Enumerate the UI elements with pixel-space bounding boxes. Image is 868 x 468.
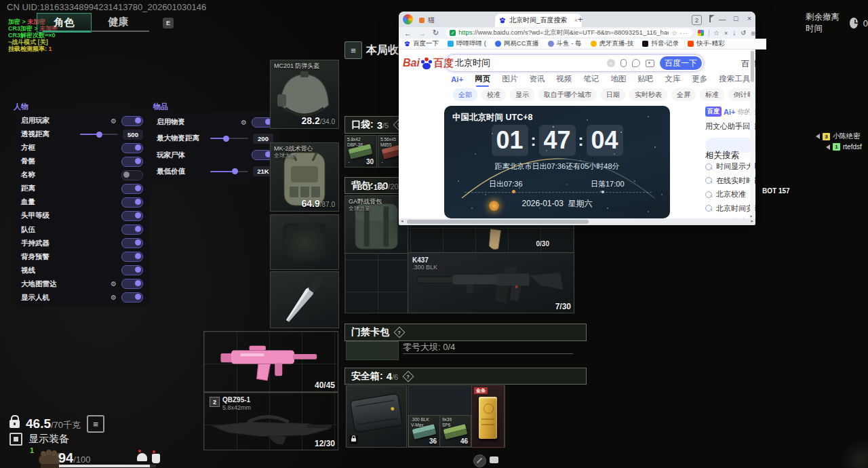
toggle[interactable]: [121, 184, 143, 194]
search-input[interactable]: [454, 58, 607, 69]
scroll-down-icon[interactable]: ▾: [750, 214, 752, 218]
bookmark-item[interactable]: 百度一下: [404, 39, 439, 48]
toggle[interactable]: [121, 116, 143, 126]
toggle[interactable]: [121, 238, 143, 248]
weapon-slot-qbz[interactable]: 2 QBZ95-1 5.8x42mm 12/30: [203, 392, 338, 450]
toggle[interactable]: [121, 265, 143, 275]
chip[interactable]: 实时秒表: [629, 88, 667, 101]
browser-tab-active[interactable]: 北京时间_百度搜索 ×: [495, 14, 582, 27]
gear-icon[interactable]: ⚙: [111, 280, 117, 288]
chip[interactable]: 校准: [481, 88, 506, 101]
bookmark-item[interactable]: 虎牙直播-技: [591, 39, 634, 48]
tab-character[interactable]: 角色: [37, 13, 92, 33]
toggle[interactable]: [121, 211, 143, 221]
related-item[interactable]: 北京时间实时显示: [705, 203, 755, 214]
mic-icon[interactable]: [620, 59, 627, 67]
download-icon[interactable]: ↓: [732, 29, 736, 37]
maximize-button[interactable]: □: [734, 14, 738, 22]
safe-item-ammo[interactable]: 9x39SP6 46: [439, 415, 471, 447]
bookmark-item[interactable]: 斗鱼 - 每: [548, 39, 582, 48]
safe-item-ammo[interactable]: .300 BLKV-Max 36: [408, 415, 440, 447]
menu-icon[interactable]: ≡: [751, 29, 755, 37]
screenshot-icon[interactable]: ×: [724, 30, 728, 37]
safe-box-item[interactable]: [346, 385, 407, 448]
magazine-image[interactable]: [485, 227, 505, 252]
nav-tab[interactable]: 资讯: [529, 74, 545, 84]
nav-tab-ai[interactable]: Ai+: [451, 75, 463, 83]
toggle[interactable]: [121, 292, 143, 303]
backpack-item-k437[interactable]: K437 .300 BLK 7/30: [408, 252, 574, 313]
reload-button[interactable]: ↻: [433, 28, 439, 37]
nav-tab[interactable]: 视频: [556, 74, 572, 84]
chip[interactable]: 标准: [700, 88, 724, 101]
keycard-slot[interactable]: [346, 341, 399, 360]
nav-tab[interactable]: 更多: [692, 74, 707, 84]
toggle[interactable]: [121, 170, 143, 180]
gear-icon[interactable]: ⚙: [111, 117, 117, 125]
nav-tab[interactable]: 笔记: [583, 74, 599, 84]
horizontal-scrollbar[interactable]: ◂ ▸: [399, 218, 755, 225]
related-item[interactable]: 在线实时时钟: [705, 176, 755, 186]
chip[interactable]: 全部: [453, 88, 477, 101]
scrollbar-thumb[interactable]: [407, 220, 589, 224]
back-button[interactable]: ←: [404, 29, 412, 37]
nav-tab[interactable]: 文库: [665, 74, 680, 84]
browser-tab[interactable]: 猫 ×: [415, 14, 502, 27]
scrollbar-thumb[interactable]: [751, 51, 754, 82]
pocket-item-ammo[interactable]: 5.8x42DBP-38 · 30: [344, 135, 377, 168]
toggle[interactable]: [121, 252, 143, 262]
minimize-button[interactable]: —: [719, 15, 726, 23]
nav-tab[interactable]: 贴吧: [637, 74, 653, 84]
scroll-left-icon[interactable]: ◂: [401, 218, 403, 224]
history-icon[interactable]: ↻: [741, 29, 746, 37]
favorites-icon[interactable]: ☆: [713, 29, 719, 37]
nav-tab-web[interactable]: 网页: [475, 74, 490, 84]
forward-button[interactable]: →: [418, 29, 426, 37]
distance-slider[interactable]: [210, 138, 248, 139]
toggle[interactable]: [121, 143, 143, 153]
camera-icon[interactable]: [646, 60, 654, 67]
scroll-right-icon[interactable]: ▸: [751, 218, 753, 224]
bookmark-item[interactable]: 快手-精彩: [688, 39, 724, 48]
chip[interactable]: 全屏: [671, 88, 696, 101]
nav-tab[interactable]: 地图: [610, 74, 626, 84]
more-icon[interactable]: ···: [680, 29, 689, 37]
bookmark-item[interactable]: 抖音-记录: [642, 39, 679, 48]
value-slider[interactable]: [210, 171, 248, 172]
flag-icon[interactable]: [709, 15, 715, 22]
bookmark-item[interactable]: 哔哩哔哩 (: [448, 39, 486, 48]
address-bar[interactable]: ✓ https://www.baidu.com/s?wd=北京时间&ie=UTF…: [446, 28, 692, 37]
device-icon[interactable]: [490, 456, 498, 463]
inventory-list-button[interactable]: ≡: [87, 415, 104, 433]
search-button[interactable]: 百度一下: [660, 56, 702, 70]
help-icon[interactable]: ?: [394, 327, 406, 338]
equipment-slot-helmet[interactable]: MC201 防弹头盔 28.2/34.0: [270, 60, 339, 129]
browser-logo-icon[interactable]: [403, 14, 413, 24]
tab-health[interactable]: 健康: [92, 13, 145, 31]
chip[interactable]: 显示: [510, 88, 534, 101]
chip[interactable]: 取自于哪个城市: [538, 88, 597, 101]
equipment-slot-knife[interactable]: [270, 271, 339, 328]
chip[interactable]: 日期: [601, 88, 625, 101]
voice-mute-icon[interactable]: [473, 454, 486, 467]
toggle[interactable]: [121, 279, 143, 289]
clear-icon[interactable]: ×: [607, 59, 615, 67]
toggle[interactable]: [121, 157, 143, 167]
loot-list-icon[interactable]: ≡: [344, 41, 362, 59]
related-item[interactable]: 北京校准: [705, 189, 755, 199]
extension-count-badge[interactable]: 2: [692, 15, 702, 25]
gear-icon[interactable]: ⚙: [241, 119, 247, 126]
new-tab-button[interactable]: +: [578, 14, 583, 24]
bookmark-star-icon[interactable]: ☆: [671, 29, 677, 37]
show-gear-checkbox[interactable]: [9, 433, 22, 446]
attachment-icon[interactable]: [632, 59, 640, 67]
nav-tab[interactable]: 搜索工具: [719, 74, 750, 84]
toggle[interactable]: [121, 225, 143, 235]
safe-item-gold[interactable]: 金条: [471, 385, 505, 448]
window-close-button[interactable]: ×: [747, 14, 751, 22]
gear-icon[interactable]: ⚙: [111, 294, 117, 301]
distance-slider[interactable]: [80, 134, 118, 135]
bookmark-item[interactable]: 网易CC直播: [495, 39, 539, 48]
equipment-slot-vest[interactable]: MK-2战术背心 全球大赛 64.9/87.0: [270, 142, 339, 212]
apps-grid-icon[interactable]: [698, 30, 704, 36]
